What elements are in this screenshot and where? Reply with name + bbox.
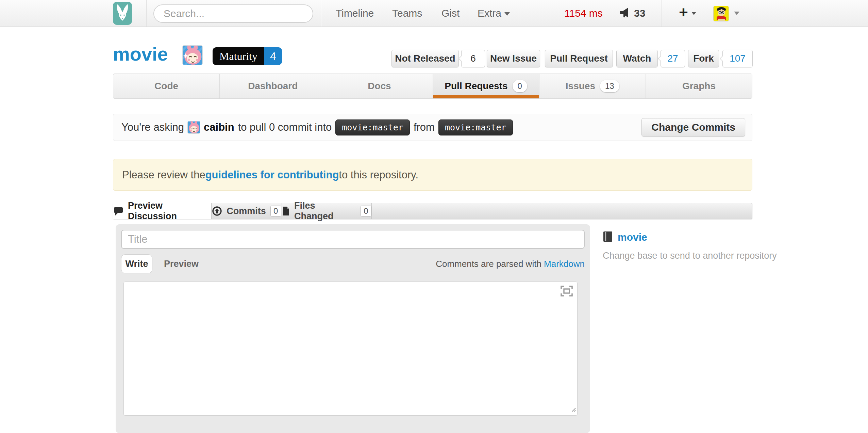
base-repo-row: movie <box>603 231 647 244</box>
chevron-down-icon <box>734 12 739 15</box>
maturity-badge-value: 4 <box>264 47 282 65</box>
tab-code[interactable]: Code <box>113 74 219 98</box>
new-pull-request-form: Write Preview Comments are parsed with M… <box>116 224 590 433</box>
tab-preview-discussion[interactable]: Preview Discussion <box>113 203 212 219</box>
issues-count-badge: 13 <box>600 80 619 92</box>
base-branch-label[interactable]: movie:master <box>335 119 410 135</box>
nav-item-timeline[interactable]: Timeline <box>336 0 374 27</box>
repo-tab-bar: Code Dashboard Docs Pull Requests 0 Issu… <box>113 74 752 99</box>
nav-divider <box>146 0 147 27</box>
markdown-link[interactable]: Markdown <box>544 259 585 269</box>
fox-logo-icon <box>115 3 130 24</box>
files-changed-count-badge: 0 <box>361 206 371 216</box>
tab-issues[interactable]: Issues 13 <box>539 74 646 98</box>
pull-request-summary-bar: You're asking caibin to pull 0 commit in… <box>113 114 752 141</box>
tab-issues-label: Issues <box>566 81 595 92</box>
resize-handle[interactable] <box>571 407 576 414</box>
guidelines-link[interactable]: guidelines for contributing <box>205 169 339 181</box>
not-released-count[interactable]: 6 <box>461 50 485 67</box>
page-title: movie <box>113 43 168 65</box>
tab-commits[interactable]: Commits 0 <box>212 203 282 219</box>
top-navbar: Timeline Teams Gist Extra 1154 ms 33 + <box>0 0 868 27</box>
circle-arrow-up-icon <box>212 206 222 216</box>
not-released-button[interactable]: Not Released <box>391 50 459 67</box>
file-icon <box>282 206 290 216</box>
notice-text-before: Please review the <box>122 169 205 181</box>
search-input[interactable] <box>153 4 313 23</box>
comment-icon <box>113 207 123 216</box>
fork-count[interactable]: 107 <box>722 50 753 67</box>
latency-indicator: 1154 ms <box>564 0 603 27</box>
nav-divider <box>662 0 662 27</box>
nav-divider <box>321 0 321 27</box>
nav-item-extra[interactable]: Extra <box>478 0 510 27</box>
change-base-hint: Change base to send to another repositor… <box>603 251 777 261</box>
nav-item-extra-label: Extra <box>478 7 501 19</box>
markdown-hint: Comments are parsed with Markdown <box>436 254 585 273</box>
user-avatar[interactable] <box>714 6 729 21</box>
tab-files-changed-label: Files Changed <box>294 201 356 222</box>
watch-button[interactable]: Watch <box>616 50 658 67</box>
fullscreen-icon[interactable] <box>561 286 573 298</box>
comment-textarea[interactable] <box>123 282 578 416</box>
tab-pull-requests[interactable]: Pull Requests 0 <box>433 74 539 98</box>
comment-editor <box>123 282 578 416</box>
tab-docs[interactable]: Docs <box>326 74 432 98</box>
contributing-notice: Please review the guidelines for contrib… <box>113 159 752 191</box>
preview-tab[interactable]: Preview <box>158 254 204 273</box>
title-input[interactable] <box>121 230 585 249</box>
maturity-badge-label: Maturity <box>213 47 264 65</box>
tab-dashboard[interactable]: Dashboard <box>219 74 326 98</box>
megaphone-icon <box>620 7 631 19</box>
notification-count: 33 <box>634 7 645 19</box>
pull-from-text: from <box>414 121 435 133</box>
plus-icon: + <box>679 4 688 20</box>
change-commits-button[interactable]: Change Commits <box>641 118 745 137</box>
tab-pull-requests-label: Pull Requests <box>445 81 507 92</box>
maturity-badge: Maturity 4 <box>213 47 282 65</box>
notifications-button[interactable]: 33 <box>620 0 645 27</box>
discussion-tab-bar: Preview Discussion Commits 0 Files Chang… <box>113 203 752 219</box>
create-new-button[interactable]: + <box>679 0 696 27</box>
base-repo-link[interactable]: movie <box>618 231 647 243</box>
pull-middle-text: to pull 0 commit into <box>238 121 332 133</box>
new-issue-button[interactable]: New Issue <box>487 50 540 67</box>
site-logo[interactable] <box>113 2 132 25</box>
chevron-down-icon <box>504 12 510 16</box>
chevron-down-icon <box>691 12 696 15</box>
notice-text-after: to this repository. <box>339 169 418 181</box>
assignee-username: caibin <box>204 121 234 133</box>
repo-owner-avatar <box>183 46 202 65</box>
write-tab[interactable]: Write <box>121 254 152 273</box>
nav-item-gist[interactable]: Gist <box>441 0 460 27</box>
head-branch-label[interactable]: movie:master <box>438 119 513 135</box>
tab-files-changed[interactable]: Files Changed 0 <box>282 203 372 219</box>
pull-request-button[interactable]: Pull Request <box>545 50 613 67</box>
tab-commits-label: Commits <box>227 206 266 216</box>
nav-item-teams[interactable]: Teams <box>392 0 422 27</box>
tab-preview-discussion-label: Preview Discussion <box>128 201 211 222</box>
assignee-avatar <box>188 121 200 133</box>
pull-requests-count-badge: 0 <box>513 80 527 92</box>
commits-count-badge: 0 <box>270 206 281 216</box>
pull-prefix-text: You're asking <box>121 121 184 133</box>
account-menu-button[interactable] <box>734 0 739 27</box>
markdown-hint-text: Comments are parsed with <box>436 259 544 269</box>
tab-graphs[interactable]: Graphs <box>646 74 752 98</box>
fork-button[interactable]: Fork <box>688 50 719 67</box>
book-icon <box>603 231 613 244</box>
watch-count[interactable]: 27 <box>661 50 685 67</box>
